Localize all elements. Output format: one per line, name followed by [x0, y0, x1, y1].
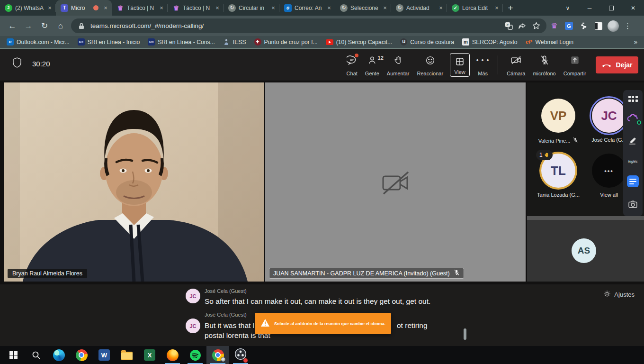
- tab-label: Circular in: [239, 5, 267, 11]
- corner-participant-tile[interactable]: AS: [527, 220, 644, 282]
- address-bar[interactable]: teams.microsoft.com/_#/modern-calling/ a: [71, 18, 546, 33]
- leave-button[interactable]: Dejar: [596, 56, 638, 73]
- tab-close-icon[interactable]: ×: [46, 4, 53, 11]
- search-button[interactable]: [25, 346, 47, 364]
- shield-icon: [12, 57, 22, 70]
- tab-close-icon[interactable]: ×: [326, 4, 332, 11]
- bookmark-sri-consultas[interactable]: SRISRI en Línea - Cons...: [148, 38, 215, 46]
- bookmarks-bar: oOutlook.com - Micr... SRISRI en Línea -…: [0, 36, 644, 49]
- tab-whatsapp[interactable]: 2 (2) WhatsA ×: [0, 0, 56, 16]
- excel-taskbar-icon[interactable]: X: [138, 346, 161, 364]
- reload-icon[interactable]: ↻: [37, 18, 52, 34]
- tab-tactico-2[interactable]: ♛ Táctico | N ×: [168, 0, 224, 16]
- raise-hand-button[interactable]: Aumentar: [383, 52, 413, 78]
- tab-circular[interactable]: ↻ Circular in ×: [224, 0, 279, 16]
- apps-grid-icon[interactable]: [628, 96, 638, 102]
- chat-button[interactable]: Chat: [343, 52, 361, 78]
- participant-valeria[interactable]: VP Valeria Pine...: [532, 99, 584, 144]
- home-icon[interactable]: ⌂: [53, 18, 68, 34]
- tab-close-icon[interactable]: ×: [214, 4, 221, 11]
- forward-icon[interactable]: →: [21, 18, 36, 34]
- captions-extension-icon[interactable]: [627, 175, 639, 187]
- avatar-image: [608, 20, 619, 32]
- view-button[interactable]: View: [450, 53, 470, 77]
- participant-tania[interactable]: TL 1 Tania Lozada (G...: [532, 152, 584, 198]
- camera-off-tile[interactable]: JUAN SANMARTIN - GADPR LUZ DE AMERICA (I…: [265, 82, 526, 282]
- cross-stitch-icon: ✚: [254, 38, 261, 46]
- meeting-timer: 30:20: [32, 60, 50, 68]
- firefox-taskbar-icon[interactable]: [161, 346, 184, 364]
- iess-icon: [223, 38, 230, 46]
- tab-close-icon[interactable]: ×: [438, 4, 444, 11]
- mic-off-icon: [540, 55, 549, 66]
- tab-close-icon[interactable]: ×: [493, 4, 500, 11]
- start-button[interactable]: [2, 346, 25, 364]
- window-minimize-button[interactable]: ─: [579, 0, 600, 16]
- share-screen-button[interactable]: Compartir: [560, 52, 590, 78]
- participant-name: Valeria Pine...: [538, 138, 571, 144]
- word-taskbar-icon[interactable]: TW: [93, 346, 116, 364]
- edge-taskbar-icon[interactable]: [47, 346, 70, 364]
- main-speaker-video[interactable]: Bryan Raul Almeida Flores: [4, 82, 264, 282]
- recording-dot-icon: [93, 5, 98, 10]
- tab-close-icon[interactable]: ×: [382, 4, 388, 11]
- caption-speaker: José Cela (Guest): [205, 288, 247, 294]
- cloud-extension-icon[interactable]: [627, 114, 639, 124]
- captions-settings-button[interactable]: Ajustes: [603, 290, 635, 299]
- new-tab-button[interactable]: +: [503, 0, 518, 16]
- window-close-button[interactable]: ✕: [622, 0, 644, 16]
- tab-close-icon[interactable]: ×: [102, 4, 109, 11]
- tab-lorca[interactable]: ✓ Lorca Edit ×: [447, 0, 503, 16]
- tab-actividad[interactable]: ↻ Actividad ×: [391, 0, 447, 16]
- bookmark-iess[interactable]: IESS: [223, 38, 246, 46]
- bookmark-sercop-agosto[interactable]: mSERCOP: Agosto: [462, 38, 518, 46]
- chrome-taskbar-icon[interactable]: [70, 346, 93, 364]
- bookmark-sercop-youtube[interactable]: (10) Sercop Capacit...: [326, 39, 393, 46]
- back-icon[interactable]: ←: [5, 18, 20, 34]
- tab-tactico-1[interactable]: ♛ Táctico | N ×: [112, 0, 168, 16]
- translate-extension-icon[interactable]: G: [562, 19, 576, 33]
- bookmark-outlook[interactable]: oOutlook.com - Micr...: [7, 38, 70, 46]
- bookmark-star-icon[interactable]: [531, 21, 541, 31]
- mic-button[interactable]: micrófono: [529, 52, 559, 78]
- more-button[interactable]: • • • Más: [473, 52, 493, 78]
- share-icon[interactable]: [518, 21, 527, 31]
- bookmark-curso-costura[interactable]: UCurso de costura: [400, 38, 454, 46]
- bookmark-sri-inicio[interactable]: SRISRI en Línea - Inicio: [78, 38, 140, 46]
- menu-kebab-icon[interactable]: ⋮: [621, 19, 635, 33]
- file-explorer-taskbar-icon[interactable]: [116, 346, 138, 364]
- react-button[interactable]: Reaccionar: [413, 52, 447, 78]
- raised-hand-icon: [394, 55, 403, 66]
- tab-correo[interactable]: o Correo: An ×: [279, 0, 335, 16]
- profile-avatar[interactable]: [606, 19, 620, 33]
- highlighter-icon[interactable]: [628, 136, 637, 147]
- chrome-active-taskbar-icon[interactable]: [206, 346, 229, 364]
- spotify-taskbar-icon[interactable]: [184, 346, 206, 364]
- tab-close-icon[interactable]: ×: [158, 4, 165, 11]
- crown-icon: ♛: [172, 4, 180, 12]
- tab-label: (2) WhatsA: [15, 5, 44, 11]
- camera-button[interactable]: Cámara: [503, 52, 529, 78]
- window-restore-button[interactable]: [600, 0, 622, 16]
- captions-scrollbar-thumb[interactable]: [464, 328, 466, 340]
- obs-taskbar-icon[interactable]: [229, 346, 252, 364]
- check-icon: ✓: [452, 4, 459, 12]
- people-icon: 12: [367, 55, 377, 66]
- tab-label: Táctico | N: [127, 5, 155, 11]
- tab-close-icon[interactable]: ×: [270, 4, 277, 11]
- tab-search-chevron-icon[interactable]: ∨: [557, 0, 579, 16]
- tile-divider: [527, 216, 644, 220]
- tab-teams-active[interactable]: T Micro ×: [56, 0, 112, 16]
- translate-icon[interactable]: a: [504, 21, 513, 31]
- bookmark-webmail[interactable]: cPWebmail Login: [526, 38, 573, 46]
- language-warning-banner[interactable]: Solicite al anfitrión de la reunión que …: [255, 313, 391, 334]
- bookmarks-overflow-icon[interactable]: »: [634, 38, 637, 46]
- crown-extension-icon[interactable]: ♛: [547, 19, 561, 33]
- screenshot-camera-icon[interactable]: [628, 200, 638, 210]
- url-text[interactable]: teams.microsoft.com/_#/modern-calling/: [90, 22, 500, 29]
- extensions-puzzle-icon[interactable]: [577, 19, 590, 33]
- side-panel-icon[interactable]: [591, 19, 605, 33]
- tab-seleccione[interactable]: ↻ Seleccione ×: [335, 0, 391, 16]
- people-button[interactable]: 12 Gente: [361, 52, 383, 78]
- bookmark-punto-de-cruz[interactable]: ✚Punto de cruz por f...: [254, 38, 318, 46]
